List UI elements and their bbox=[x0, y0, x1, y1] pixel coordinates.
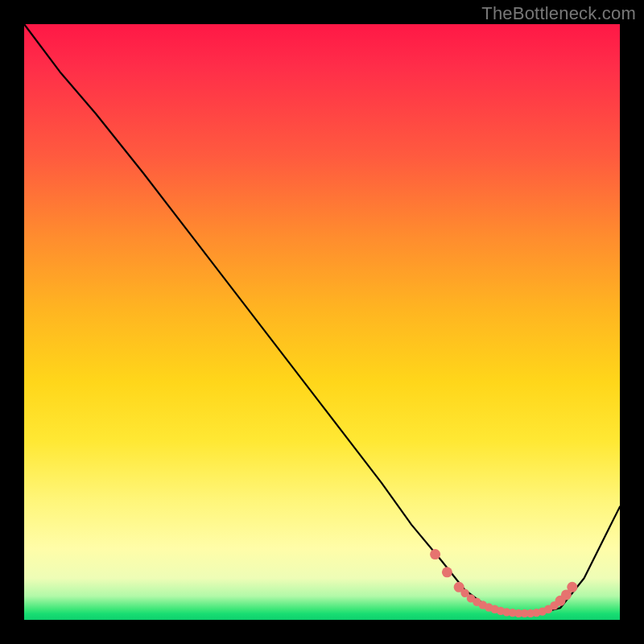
dotted-trough-highlight bbox=[430, 549, 577, 617]
plot-area bbox=[24, 24, 620, 620]
watermark-text: TheBottleneck.com bbox=[481, 3, 636, 24]
trough-dot bbox=[442, 567, 452, 577]
trough-dot bbox=[430, 549, 440, 559]
trough-dot bbox=[567, 582, 577, 592]
bottleneck-curve bbox=[24, 24, 620, 614]
chart-svg bbox=[24, 24, 620, 620]
chart-frame: TheBottleneck.com bbox=[0, 0, 644, 644]
